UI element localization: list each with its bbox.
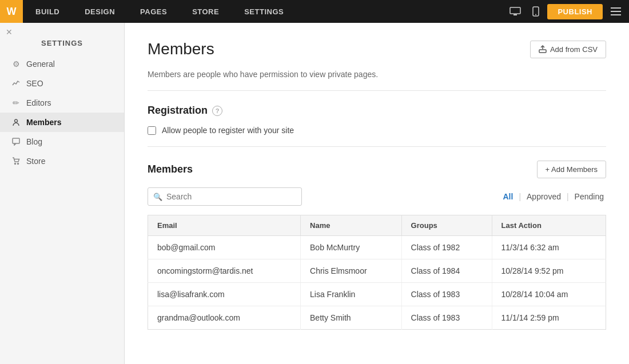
cell-groups: Class of 1984 bbox=[401, 259, 492, 283]
nav-item-build[interactable]: BUILD bbox=[23, 0, 72, 23]
filter-tab-pending[interactable]: Pending bbox=[572, 191, 606, 202]
nav-item-pages[interactable]: PAGES bbox=[128, 0, 180, 23]
cell-groups: Class of 1983 bbox=[401, 306, 492, 330]
svg-rect-8 bbox=[13, 138, 19, 143]
table-header-row: Email Name Groups Last Action bbox=[148, 215, 606, 236]
upload-icon bbox=[539, 45, 547, 53]
page-header: Members Add from CSV bbox=[148, 40, 606, 58]
table-row[interactable]: lisa@lisafrank.com Lisa Franklin Class o… bbox=[148, 283, 606, 306]
svg-rect-6 bbox=[611, 14, 621, 15]
cell-last-action: 11/3/14 6:32 am bbox=[492, 236, 606, 259]
cell-name: Bob McMurtry bbox=[301, 236, 402, 259]
svg-point-3 bbox=[535, 14, 536, 15]
menu-button[interactable] bbox=[607, 5, 624, 18]
gear-icon: ⚙ bbox=[11, 59, 21, 69]
desktop-view-button[interactable] bbox=[506, 5, 524, 18]
main-layout: ✕ SETTINGS ⚙ General SEO ✏ Editors Membe… bbox=[0, 23, 629, 364]
filter-sep-2: | bbox=[567, 192, 569, 201]
cell-email: oncomingstorm@tardis.net bbox=[148, 259, 301, 283]
cell-last-action: 11/1/14 2:59 pm bbox=[492, 306, 606, 330]
members-description: Members are people who have permission t… bbox=[148, 70, 606, 91]
svg-point-10 bbox=[18, 163, 19, 165]
mobile-view-button[interactable] bbox=[529, 4, 543, 19]
svg-rect-4 bbox=[611, 7, 621, 9]
registration-section: Registration ? Allow people to register … bbox=[148, 105, 606, 147]
sidebar-close-button[interactable]: ✕ bbox=[6, 27, 13, 37]
svg-point-9 bbox=[15, 163, 16, 165]
filter-sep-1: | bbox=[519, 192, 521, 201]
seo-icon bbox=[11, 79, 21, 88]
app-logo[interactable]: W bbox=[0, 0, 23, 23]
cell-name: Lisa Franklin bbox=[301, 283, 402, 306]
registration-title: Registration ? bbox=[148, 105, 606, 117]
publish-button[interactable]: PUBLISH bbox=[547, 4, 603, 19]
filter-tabs: All | Approved | Pending bbox=[501, 191, 607, 202]
sidebar-item-members[interactable]: Members bbox=[0, 113, 124, 132]
cell-groups: Class of 1982 bbox=[401, 236, 492, 259]
chat-icon bbox=[11, 137, 21, 146]
nav-item-settings[interactable]: SETTINGS bbox=[232, 0, 296, 23]
sidebar-item-seo[interactable]: SEO bbox=[0, 74, 124, 93]
sidebar-item-store[interactable]: Store bbox=[0, 151, 124, 171]
allow-register-label: Allow people to register with your site bbox=[162, 126, 294, 135]
add-from-csv-button[interactable]: Add from CSV bbox=[530, 41, 606, 58]
svg-rect-1 bbox=[513, 14, 517, 15]
svg-rect-11 bbox=[539, 50, 546, 53]
person-icon bbox=[11, 118, 21, 127]
cell-email: lisa@lisafrank.com bbox=[148, 283, 301, 306]
registration-help-icon[interactable]: ? bbox=[212, 106, 222, 116]
cell-name: Chris Elmsmoor bbox=[301, 259, 402, 283]
col-last-action: Last Action bbox=[492, 215, 606, 236]
cell-email: bob@gmail.com bbox=[148, 236, 301, 259]
members-table: Email Name Groups Last Action bob@gmail.… bbox=[148, 215, 606, 330]
add-members-button[interactable]: + Add Members bbox=[537, 161, 606, 178]
nav-items: BUILD DESIGN PAGES STORE SETTINGS bbox=[23, 0, 506, 23]
sidebar-item-editors[interactable]: ✏ Editors bbox=[0, 93, 124, 113]
cell-email: grandma@outlook.com bbox=[148, 306, 301, 330]
allow-register-checkbox[interactable] bbox=[148, 126, 156, 135]
registration-checkbox-row: Allow people to register with your site bbox=[148, 126, 606, 147]
table-row[interactable]: oncomingstorm@tardis.net Chris Elmsmoor … bbox=[148, 259, 606, 283]
cell-groups: Class of 1983 bbox=[401, 283, 492, 306]
search-input[interactable] bbox=[148, 187, 302, 206]
col-email: Email bbox=[148, 215, 301, 236]
sidebar-item-blog[interactable]: Blog bbox=[0, 132, 124, 151]
col-name: Name bbox=[301, 215, 402, 236]
filter-row: 🔍 All | Approved | Pending bbox=[148, 187, 606, 206]
members-section: Members + Add Members 🔍 All | Approved |… bbox=[148, 161, 606, 330]
search-icon: 🔍 bbox=[153, 193, 162, 201]
pencil-icon: ✏ bbox=[11, 98, 21, 107]
nav-right: PUBLISH bbox=[506, 4, 629, 19]
cell-name: Betty Smith bbox=[301, 306, 402, 330]
nav-item-store[interactable]: STORE bbox=[180, 0, 232, 23]
sidebar: ✕ SETTINGS ⚙ General SEO ✏ Editors Membe… bbox=[0, 23, 125, 364]
nav-item-design[interactable]: DESIGN bbox=[72, 0, 128, 23]
table-row[interactable]: grandma@outlook.com Betty Smith Class of… bbox=[148, 306, 606, 330]
sidebar-item-general[interactable]: ⚙ General bbox=[0, 54, 124, 74]
svg-rect-5 bbox=[611, 11, 621, 12]
page-title: Members bbox=[148, 40, 214, 58]
main-content: Members Add from CSV Members are people … bbox=[125, 23, 629, 364]
col-groups: Groups bbox=[401, 215, 492, 236]
cart-icon bbox=[11, 157, 21, 166]
top-navigation: W BUILD DESIGN PAGES STORE SETTINGS PUBL… bbox=[0, 0, 629, 23]
search-wrapper: 🔍 bbox=[148, 187, 302, 206]
table-row[interactable]: bob@gmail.com Bob McMurtry Class of 1982… bbox=[148, 236, 606, 259]
members-section-header: Members + Add Members bbox=[148, 161, 606, 178]
members-section-title: Members bbox=[148, 163, 193, 175]
filter-tab-all[interactable]: All bbox=[501, 191, 516, 202]
cell-last-action: 10/28/14 10:04 am bbox=[492, 283, 606, 306]
cell-last-action: 10/28/14 9:52 pm bbox=[492, 259, 606, 283]
svg-point-7 bbox=[15, 119, 18, 122]
svg-rect-0 bbox=[510, 7, 520, 14]
filter-tab-approved[interactable]: Approved bbox=[524, 191, 563, 202]
sidebar-title: SETTINGS bbox=[0, 29, 124, 54]
